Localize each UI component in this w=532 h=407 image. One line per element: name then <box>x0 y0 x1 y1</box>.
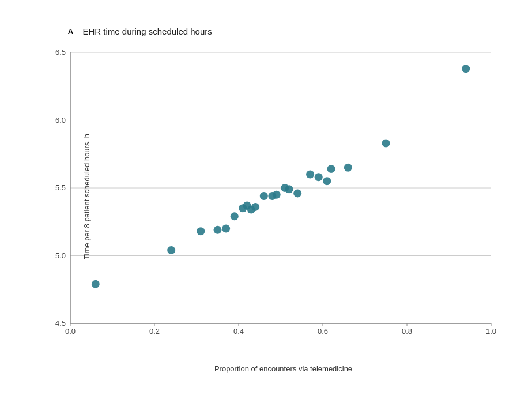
chart-title: EHR time during scheduled hours <box>83 27 212 36</box>
svg-point-36 <box>272 191 280 199</box>
svg-point-28 <box>222 225 230 233</box>
svg-point-26 <box>197 227 205 235</box>
chart-container: A EHR time during scheduled hours Time p… <box>18 13 514 394</box>
svg-text:6.0: 6.0 <box>55 116 65 125</box>
plot-area: Time per 8 patient scheduled hours, h Pr… <box>65 47 503 346</box>
svg-point-34 <box>259 192 267 200</box>
svg-point-44 <box>344 164 352 172</box>
svg-text:0.6: 0.6 <box>317 327 327 336</box>
svg-text:4.5: 4.5 <box>55 319 65 327</box>
svg-point-24 <box>91 280 99 288</box>
svg-point-43 <box>327 165 335 173</box>
svg-text:0.2: 0.2 <box>149 327 159 336</box>
chart-header: A EHR time during scheduled hours <box>65 25 503 37</box>
svg-point-40 <box>306 171 314 179</box>
svg-point-41 <box>314 173 322 181</box>
svg-text:5.5: 5.5 <box>55 183 65 192</box>
y-axis-label: Time per 8 patient scheduled hours, h <box>82 134 91 259</box>
svg-point-45 <box>382 139 390 147</box>
svg-point-29 <box>230 212 238 220</box>
svg-point-46 <box>462 65 470 73</box>
svg-point-27 <box>213 226 221 234</box>
svg-point-25 <box>167 246 175 254</box>
svg-point-39 <box>293 189 301 197</box>
svg-text:0.0: 0.0 <box>65 327 75 336</box>
svg-text:0.8: 0.8 <box>401 327 412 336</box>
svg-point-33 <box>251 203 259 211</box>
svg-point-42 <box>323 177 331 185</box>
svg-text:0.4: 0.4 <box>233 327 243 336</box>
svg-text:6.5: 6.5 <box>55 48 65 56</box>
svg-text:5.0: 5.0 <box>55 251 65 260</box>
panel-label: A <box>65 25 77 37</box>
scatter-plot: 4.55.05.56.06.50.00.20.40.60.81.0 <box>65 47 503 346</box>
svg-text:1.0: 1.0 <box>485 327 496 336</box>
x-axis-label: Proportion of encounters via telemedicin… <box>214 364 352 373</box>
svg-point-38 <box>285 185 293 193</box>
